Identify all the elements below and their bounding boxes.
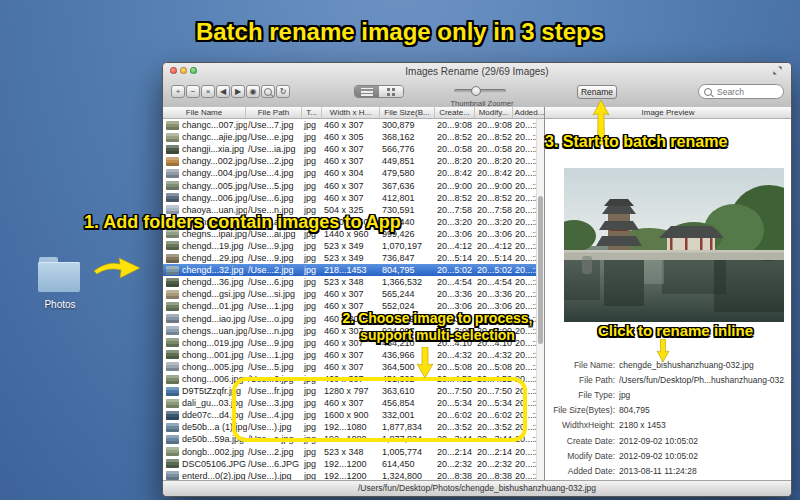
row-thumbnail [166,157,179,166]
info-label: WidthxHeight: [545,420,615,430]
cell-path: /Use...e.jpg [247,132,303,142]
cell-type: jpg [303,168,323,178]
cell-modified: 20...8:52 [476,193,514,203]
column-header[interactable]: File Size(B... [380,107,435,118]
forward-button[interactable]: ▶ [231,85,245,98]
cell-type: jpg [303,120,323,130]
view-mode-segment [354,85,404,98]
column-header[interactable]: Create... [435,107,475,118]
row-thumbnail [166,290,179,299]
preview-panel: Image Preview [544,107,791,480]
cell-path: /Use...6.jpg [247,277,303,287]
cell-type: jpg [303,241,323,251]
cell-path: /Use...2.jpg [247,265,303,275]
column-header[interactable]: Width x H... [322,107,380,118]
delete-button[interactable]: × [201,85,215,98]
info-label: File Size(Bytes): [545,405,615,415]
table-row[interactable]: chengd...19.jpg/Use...9.jpgjpg523 x 3491… [163,240,544,252]
table-row[interactable]: changji...xia.jpg/Use...ia.jpgjpg460 x 3… [163,143,544,155]
grid-view-button[interactable] [379,86,403,97]
info-label: File Type: [545,390,615,400]
step2-line2: support multi-selection [330,327,545,344]
info-row[interactable]: Added Date:2013-08-11 11:24:28 [545,463,785,478]
info-row[interactable]: File Size(Bytes):804,795 [545,403,785,418]
cell-type: jpg [303,459,323,469]
refresh-button[interactable]: ↻ [276,85,290,98]
row-thumbnail [166,459,179,468]
table-row[interactable]: chengd...32.jpg/Use...2.jpgjpg218...1453… [163,264,544,276]
table-row[interactable]: changy...004.jpg/Use...4.jpgjpg460 x 304… [163,167,544,179]
table-row[interactable]: chong...001.jpg/Use...1.jpgjpg460 x 3074… [163,349,544,361]
column-header[interactable]: File Path [246,107,302,118]
info-row[interactable]: Modify Date:2012-09-02 10:05:02 [545,448,785,463]
add-icon: + [176,87,181,96]
cell-size: 479,580 [381,168,436,178]
row-thumbnail [166,145,179,154]
add-button[interactable]: + [171,85,185,98]
row-thumbnail [166,326,179,335]
cell-size: 565,244 [381,289,436,299]
info-row[interactable]: File Path:/Users/fun/Desktop/Ph...hushan… [545,372,785,387]
cell-modified: 20...8:52 [476,132,514,142]
table-row[interactable]: enterd...0(2).jpg/Use...).jpgjpg192...12… [163,470,544,480]
cell-modified: 20...4:54 [476,277,514,287]
vertical-scrollbar[interactable] [536,119,544,480]
table-row[interactable]: chengd...29.jpg/Use...9.jpgjpg523 x 3497… [163,252,544,264]
row-thumbnail [166,435,179,444]
cell-size: 804,795 [381,265,436,275]
table-row[interactable]: changy...006.jpg/Use...6.jpgjpg460 x 307… [163,192,544,204]
table-row[interactable]: dongb...002.jpg/Use...2.jpgjpg523 x 3481… [163,446,544,458]
back-button[interactable]: ◀ [216,85,230,98]
table-row[interactable]: chong...005.jpg/Use...5.jpgjpg460 x 3073… [163,361,544,373]
info-value: chengde_bishushanzhuang-032.jpg [619,360,754,370]
cell-modified: 20...2:14 [476,447,514,457]
row-thumbnail [166,350,179,359]
cell-modified: 20...7:58 [476,205,514,215]
row-thumbnail [166,181,179,190]
cell-created: 20...0:58 [436,144,476,154]
list-view-button[interactable] [355,86,379,97]
cell-created: 20...3:20 [436,217,476,227]
cell-type: jpg [303,314,323,324]
rename-button[interactable]: Rename [577,85,617,99]
table-row[interactable]: changy...002.jpg/Use...2.jpgjpg460 x 307… [163,155,544,167]
cell-size: 1,005,774 [381,447,436,457]
cell-path: /Use...9.jpg [247,241,303,251]
search-field[interactable] [698,84,784,99]
table-row[interactable]: changc...007.jpg/Use...7.jpgjpg460 x 307… [163,119,544,131]
forward-icon: ▶ [235,87,241,96]
info-row[interactable]: Create Date:2012-09-02 10:05:02 [545,433,785,448]
step1-text: 1. Add folders contain images to App [84,212,401,233]
back-icon: ◀ [220,87,226,96]
magnifier-button[interactable] [261,85,275,98]
file-info-list: File Name:chengde_bishushanzhuang-032.jp… [545,357,785,479]
table-row[interactable]: changy...005.jpg/Use...5.jpgjpg460 x 307… [163,179,544,191]
cell-name: changc...ajie.jpg [181,132,247,142]
cell-created: 20...8:20 [436,156,476,166]
remove-button[interactable]: − [186,85,200,98]
thumbnail-zoomer-slider[interactable] [454,89,506,93]
row-thumbnail [166,338,179,347]
table-row[interactable]: chengd...36.jpg/Use...6.jpgjpg523 x 3481… [163,276,544,288]
info-row[interactable]: WidthxHeight:2180 x 1453 [545,418,785,433]
search-icon [704,88,712,96]
search-input[interactable] [715,86,779,98]
column-header[interactable]: T... [302,107,322,118]
cell-name: chengs...uan.jpg [181,326,247,336]
column-header[interactable]: File Name [163,107,246,118]
slider-knob[interactable] [471,86,481,96]
cell-type: jpg [303,156,323,166]
cell-path: /Use...5.jpg [247,181,303,191]
column-header[interactable]: Added... [513,107,544,118]
table-row[interactable]: DSC05106.JPG/Use...6.JPGjpg192...1200614… [163,458,544,470]
info-row[interactable]: File Type:jpg [545,387,785,402]
table-row[interactable]: changc...ajie.jpg/Use...e.jpgjpg460 x 30… [163,131,544,143]
cell-created: 20...8:52 [436,132,476,142]
quicklook-button[interactable]: ◉ [246,85,260,98]
photos-folder[interactable]: Photos [38,255,82,307]
table-row[interactable]: chengd...gsi.jpg/Use...si.jpgjpg460 x 30… [163,288,544,300]
row-thumbnail [166,471,179,480]
column-header[interactable]: Modify... [475,107,513,118]
cell-name: chengd...19.jpg [181,241,247,251]
fullscreen-icon[interactable] [773,66,782,75]
